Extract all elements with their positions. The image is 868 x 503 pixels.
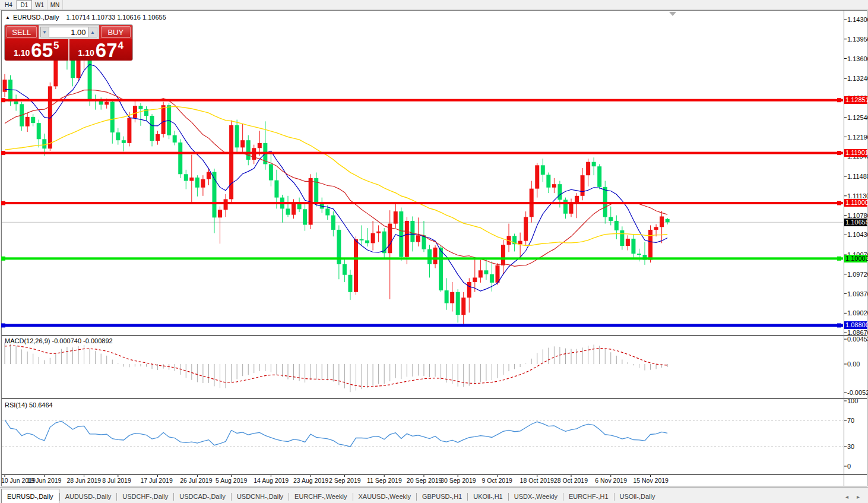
line-left-handle[interactable]	[1, 151, 5, 155]
candle-body	[394, 211, 398, 224]
candle-body	[557, 184, 562, 200]
horizontal-level-line[interactable]	[2, 257, 843, 260]
price-axis-label: 1.09020	[847, 309, 868, 317]
chart-plot-area[interactable]	[0, 0, 868, 503]
rsi-pane[interactable]	[2, 420, 843, 447]
sell-button[interactable]: SELL	[7, 26, 37, 38]
candle-body	[552, 184, 556, 188]
chart-tab-eurusd-daily[interactable]: EURUSD-,Daily	[1, 489, 59, 503]
chart-tab-eurchf-weekly[interactable]: EURCHF-,Weekly	[289, 490, 352, 503]
candle-body	[569, 203, 574, 214]
candle-body	[184, 174, 188, 181]
line-right-handle[interactable]	[837, 257, 841, 261]
candle-body	[127, 118, 131, 143]
candle-body	[524, 217, 528, 241]
candle-body	[456, 292, 460, 315]
candle-body	[286, 208, 290, 214]
chart-tab-usdchf-daily[interactable]: USDCHF-,Daily	[117, 490, 173, 503]
date-axis-label: 8 Jul 2019	[102, 477, 131, 484]
chart-symbol-label: EURUSD-,Daily	[13, 14, 59, 21]
volume-decrease-button[interactable]: ▼	[40, 27, 49, 37]
horizontal-level-line[interactable]	[2, 324, 843, 327]
candle-body	[31, 117, 35, 123]
volume-input[interactable]	[49, 27, 88, 37]
rsi-pane-separator[interactable]	[1, 398, 867, 399]
candle-body	[592, 162, 596, 166]
scroll-to-end-marker-icon[interactable]	[669, 12, 676, 16]
buy-button[interactable]: BUY	[101, 26, 131, 38]
chart-tab-gbpusd-h1[interactable]: GBPUSD-,H1	[417, 490, 467, 503]
date-axis-label: 28 Jun 2019	[66, 477, 101, 484]
macd-pane[interactable]	[5, 343, 667, 392]
horizontal-level-line[interactable]	[2, 202, 843, 204]
price-axis-border[interactable]	[844, 10, 844, 486]
candle-body	[586, 162, 590, 175]
chart-tab-usoil-daily[interactable]: USOil-,Daily	[614, 490, 661, 503]
buy-price-point: 4	[118, 40, 123, 52]
buy-price-quote[interactable]: 1.10 67 4	[69, 39, 133, 61]
price-line-badge[interactable]: 1.10003	[844, 255, 867, 262]
candle-body	[563, 200, 568, 213]
price-axis-label: 1.10780	[847, 212, 868, 219]
candle-body	[201, 179, 205, 188]
tab-scroll-right-icon[interactable]: ▸	[857, 493, 860, 500]
line-left-handle[interactable]	[1, 257, 5, 261]
price-axis-label: 1.13950	[847, 36, 868, 43]
price-line-badge[interactable]: 1.11000	[844, 199, 867, 207]
line-left-handle[interactable]	[1, 323, 5, 327]
candle-body	[405, 221, 409, 257]
date-axis-label: 30 Sep 2019	[441, 477, 476, 484]
line-right-handle[interactable]	[837, 201, 841, 205]
rsi-axis-label: 0	[847, 463, 851, 470]
date-axis-label: 15 Nov 2019	[633, 477, 669, 484]
candle-body	[325, 208, 330, 215]
price-axis-label: 1.09370	[847, 290, 868, 298]
candle-body	[104, 102, 109, 105]
candle-body	[399, 211, 403, 257]
chart-tab-audusd-daily[interactable]: AUDUSD-,Daily	[60, 490, 117, 503]
price-axis-label: 1.12540	[847, 114, 868, 121]
candle-body	[8, 80, 12, 102]
spinner-down-icon: ▼	[42, 30, 47, 35]
collapse-triangle-icon[interactable]: ▲	[5, 15, 10, 20]
candle-body	[48, 86, 52, 148]
line-left-handle[interactable]	[1, 201, 5, 205]
chart-tab-ukoil-h1[interactable]: UKOil-,H1	[468, 490, 508, 503]
horizontal-level-line[interactable]	[2, 99, 843, 102]
sell-price-pips: 65	[31, 42, 53, 58]
chart-ohlc-values: 1.10714 1.10733 1.10616 1.10655	[66, 14, 166, 21]
candle-body	[88, 56, 92, 100]
sell-price-quote[interactable]: 1.10 65 5	[5, 39, 69, 61]
line-right-handle[interactable]	[837, 98, 841, 102]
chart-tab-eurchf-h1[interactable]: EURCHF-,H1	[563, 490, 614, 503]
candle-body	[343, 264, 347, 275]
volume-increase-button[interactable]: ▲	[88, 27, 97, 37]
date-axis-label: 17 Jul 2019	[140, 477, 172, 484]
tab-scroll-left-icon[interactable]: ◂	[845, 493, 848, 500]
price-line-badge[interactable]: 1.11901	[844, 149, 867, 157]
buy-price-prefix: 1.10	[78, 48, 94, 58]
chart-tab-xauusd-weekly[interactable]: XAUUSD-,Weekly	[353, 490, 416, 503]
chart-tab-usdx-weekly[interactable]: USDX-,Weekly	[509, 490, 563, 503]
line-right-handle[interactable]	[837, 151, 841, 155]
macd-axis-label: 0.00	[847, 360, 860, 368]
macd-axis-label: -0.005205	[847, 389, 868, 396]
current-price-badge: 1.10655	[844, 219, 867, 226]
line-right-handle[interactable]	[837, 323, 841, 327]
line-left-handle[interactable]	[1, 98, 5, 102]
candle-body	[479, 270, 483, 277]
ma-line-8	[5, 64, 667, 291]
horizontal-level-line[interactable]	[2, 152, 843, 154]
macd-pane-separator[interactable]	[1, 335, 867, 336]
candle-body	[14, 102, 18, 105]
price-line-badge[interactable]: 1.08800	[844, 321, 867, 329]
date-axis-label: 20 Sep 2019	[407, 477, 442, 484]
price-line-badge[interactable]: 1.12851	[844, 96, 867, 104]
date-axis-label: 26 Jul 2019	[180, 477, 212, 484]
candle-body	[156, 134, 160, 141]
chart-tab-usdcnh-daily[interactable]: USDCNH-,Daily	[232, 490, 289, 503]
date-axis-label: 18 Oct 2019	[520, 477, 554, 484]
chart-title: ▲ EURUSD-,Daily 1.10714 1.10733 1.10616 …	[5, 14, 166, 21]
chart-tab-usdcad-daily[interactable]: USDCAD-,Daily	[174, 490, 231, 503]
price-pane[interactable]	[1, 30, 843, 328]
